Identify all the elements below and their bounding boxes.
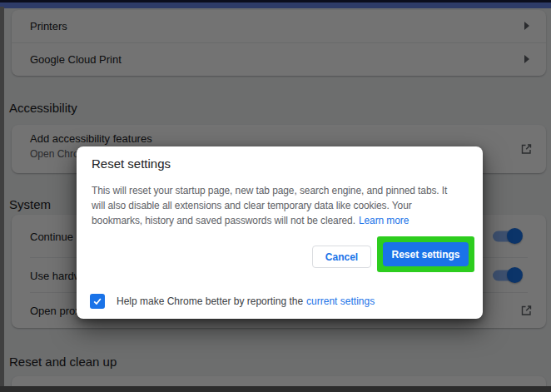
checkbox-label: Help make Chrome better by reporting the… [117,295,375,307]
window-left-border [0,7,4,392]
current-settings-link[interactable]: current settings [306,295,375,307]
reset-settings-button[interactable]: Reset settings [383,242,469,266]
body-line: bookmarks, history and saved passwords w… [92,213,473,228]
chrome-settings-screen: Printers Google Cloud Print Accessibilit… [0,0,551,392]
report-settings-row: Help make Chrome better by reporting the… [90,294,375,309]
checkbox-label-text: Help make Chrome better by reporting the [117,295,303,307]
dialog-title: Reset settings [92,156,171,171]
window-bottom-border [0,386,551,392]
body-line: will also disable all extensions and cle… [92,198,473,213]
report-settings-checkbox[interactable] [90,294,105,309]
checkmark-icon [92,296,102,306]
learn-more-link[interactable]: Learn more [359,215,409,226]
reset-settings-dialog: Reset settings This will reset your star… [77,146,483,319]
body-line-text: bookmarks, history and saved passwords w… [92,215,355,226]
dialog-body: This will reset your startup page, new t… [92,183,473,228]
body-line: This will reset your startup page, new t… [92,183,473,198]
cancel-button[interactable]: Cancel [312,246,371,268]
highlight-annotation: Reset settings [377,236,474,272]
